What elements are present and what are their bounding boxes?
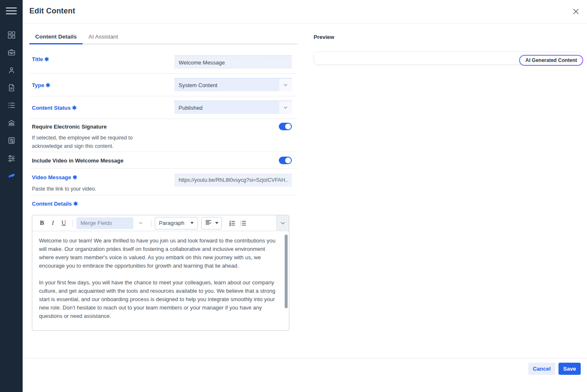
bold-button[interactable]: B bbox=[36, 217, 47, 229]
content-details-label: Content Details ✱ bbox=[32, 201, 298, 207]
preview-label: Preview bbox=[314, 34, 334, 40]
document-icon[interactable] bbox=[3, 79, 20, 97]
cancel-button[interactable]: Cancel bbox=[528, 363, 555, 375]
type-select[interactable]: System Content bbox=[174, 78, 292, 91]
underline-button[interactable]: U bbox=[58, 217, 69, 229]
save-button[interactable]: Save bbox=[558, 363, 581, 375]
app-sidebar bbox=[0, 0, 23, 392]
edit-content-panel: Edit Content Content Details AI Assistan… bbox=[23, 0, 587, 392]
toolbar-expand-button[interactable] bbox=[276, 215, 289, 231]
text-align-dropdown[interactable] bbox=[201, 217, 222, 230]
chevron-down-icon[interactable] bbox=[133, 217, 148, 229]
video-message-row: Video Message ✱ Paste the link to your v… bbox=[29, 169, 298, 195]
content-status-label: Content Status ✱ bbox=[32, 105, 77, 111]
hamburger-menu-icon[interactable] bbox=[6, 5, 17, 16]
chevron-down-icon bbox=[279, 79, 292, 91]
editor-paragraph: Once again, welcome to the team! We are … bbox=[39, 328, 278, 331]
dashboard-icon[interactable] bbox=[3, 26, 20, 44]
organization-icon[interactable] bbox=[3, 114, 20, 132]
video-message-label: Video Message ✱ bbox=[32, 174, 77, 181]
user-icon[interactable] bbox=[3, 62, 20, 79]
tab-bar: Content Details AI Assistant bbox=[29, 31, 298, 44]
merge-fields-dropdown[interactable]: Merge Fields bbox=[76, 217, 133, 229]
content-status-select-value: Published bbox=[174, 105, 279, 111]
toolbar-divider bbox=[73, 219, 73, 227]
editor-scrollbar[interactable] bbox=[285, 235, 288, 308]
electronic-signature-row: Require Electronic Signature If selected… bbox=[29, 119, 298, 152]
rich-text-editor: B I U Merge Fields Paragraph bbox=[32, 215, 289, 331]
sidebar-nav bbox=[3, 26, 20, 185]
editor-content[interactable]: Welcome to our team! We are thrilled to … bbox=[32, 231, 289, 331]
editor-paragraph: Welcome to our team! We are thrilled to … bbox=[39, 237, 278, 271]
editor-toolbar: B I U Merge Fields Paragraph bbox=[32, 215, 289, 231]
electronic-signature-label: Require Electronic Signature bbox=[32, 124, 106, 130]
title-row: Title ✱ bbox=[29, 49, 298, 74]
editor-paragraph: In your first few days, you will have th… bbox=[39, 279, 278, 321]
workflow-settings-icon[interactable] bbox=[3, 150, 20, 167]
list-icon[interactable] bbox=[3, 97, 20, 114]
paragraph-style-dropdown[interactable]: Paragraph bbox=[155, 217, 198, 230]
type-select-value: System Content bbox=[174, 82, 279, 88]
notes-icon[interactable] bbox=[3, 132, 20, 150]
title-label: Title ✱ bbox=[32, 56, 49, 62]
video-message-input[interactable] bbox=[174, 173, 292, 187]
type-row: Type ✱ System Content bbox=[29, 74, 298, 96]
briefcase-icon[interactable] bbox=[3, 44, 20, 62]
tab-content-details[interactable]: Content Details bbox=[29, 31, 83, 44]
title-input[interactable] bbox=[174, 55, 292, 69]
caret-down-icon bbox=[215, 222, 218, 224]
video-message-description: Paste the link to your video. bbox=[32, 185, 96, 193]
content-status-select[interactable]: Published bbox=[174, 101, 292, 114]
include-video-row: Include Video in Welcome Message bbox=[29, 152, 298, 169]
include-video-label: Include Video in Welcome Message bbox=[32, 157, 123, 164]
close-icon[interactable] bbox=[570, 5, 582, 17]
italic-button[interactable]: I bbox=[47, 217, 58, 229]
brand-logo-icon[interactable] bbox=[3, 167, 20, 185]
include-video-toggle[interactable] bbox=[279, 157, 292, 164]
electronic-signature-toggle[interactable] bbox=[279, 123, 292, 130]
ordered-list-button[interactable] bbox=[227, 217, 238, 229]
electronic-signature-description: If selected, the employee will be requir… bbox=[32, 134, 141, 150]
content-status-row: Content Status ✱ Published bbox=[29, 96, 298, 119]
toolbar-divider bbox=[151, 219, 151, 227]
align-left-icon bbox=[205, 219, 212, 228]
chevron-down-icon bbox=[279, 101, 292, 114]
bullet-list-button[interactable] bbox=[238, 217, 249, 229]
caret-down-icon bbox=[190, 222, 194, 224]
footer-divider bbox=[25, 358, 587, 358]
content-form: Title ✱ Type ✱ System Content Content St… bbox=[29, 49, 298, 331]
ai-generated-content-badge: AI Generated Content bbox=[519, 55, 583, 66]
panel-header: Edit Content bbox=[23, 0, 587, 24]
paragraph-style-value: Paragraph bbox=[159, 220, 184, 226]
tab-ai-assistant[interactable]: AI Assistant bbox=[83, 31, 124, 44]
page-title: Edit Content bbox=[29, 7, 75, 15]
type-label: Type ✱ bbox=[32, 82, 50, 88]
